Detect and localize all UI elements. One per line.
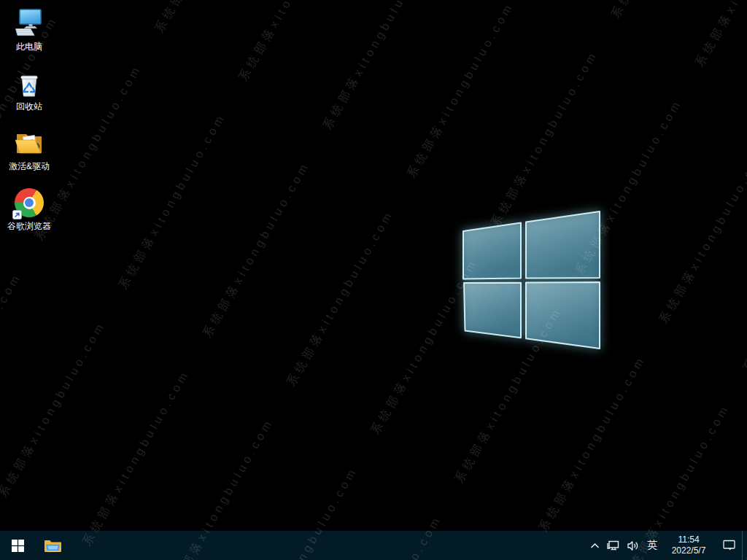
activation-drivers-folder-icon: [13, 127, 45, 159]
icon-label-this-pc: 此电脑: [16, 42, 42, 52]
clock-time: 11:54: [678, 534, 699, 545]
icon-label-google-chrome: 谷歌浏览器: [7, 221, 51, 231]
clock-date: 2022/5/7: [672, 545, 706, 556]
desktop-icon-google-chrome[interactable]: 谷歌浏览器: [6, 187, 53, 231]
ethernet-network-icon: [607, 540, 620, 551]
windows-desktop: 此电脑 回收站: [0, 0, 747, 560]
recycle-bin-icon: [13, 67, 45, 99]
wallpaper: [0, 0, 747, 560]
ime-language-indicator[interactable]: 英: [643, 531, 662, 560]
desktop-icon-list: 此电脑 回收站: [6, 7, 53, 231]
chrome-icon: [13, 187, 45, 219]
desktop-icon-this-pc[interactable]: 此电脑: [6, 7, 53, 52]
desktop-icon-activation-drivers[interactable]: 激活&驱动: [6, 127, 53, 171]
taskbar: 英 11:54 2022/5/7: [0, 531, 747, 560]
speaker-volume-icon: [627, 540, 639, 551]
icon-label-recycle-bin: 回收站: [16, 101, 42, 112]
chevron-up-icon: [590, 542, 600, 549]
windows-start-icon: [12, 540, 24, 552]
notification-bubble-icon: [723, 540, 735, 551]
action-center-button[interactable]: [716, 531, 742, 560]
system-tray: 英 11:54 2022/5/7: [586, 531, 747, 560]
start-button[interactable]: [0, 531, 35, 560]
desktop-icon-recycle-bin[interactable]: 回收站: [6, 67, 53, 112]
file-explorer-button[interactable]: [35, 531, 70, 560]
chrome-blue-core: [25, 198, 34, 207]
shortcut-arrow-badge: [12, 210, 22, 219]
taskbar-empty-area: [70, 531, 586, 560]
file-explorer-icon: [44, 538, 62, 553]
this-pc-icon: [13, 7, 45, 39]
taskbar-clock[interactable]: 11:54 2022/5/7: [662, 531, 716, 560]
volume-tray-button[interactable]: [623, 531, 643, 560]
network-tray-button[interactable]: [603, 531, 623, 560]
show-desktop-strip[interactable]: [742, 531, 747, 560]
icon-label-activation-drivers: 激活&驱动: [9, 161, 50, 171]
tray-expand-button[interactable]: [586, 531, 603, 560]
